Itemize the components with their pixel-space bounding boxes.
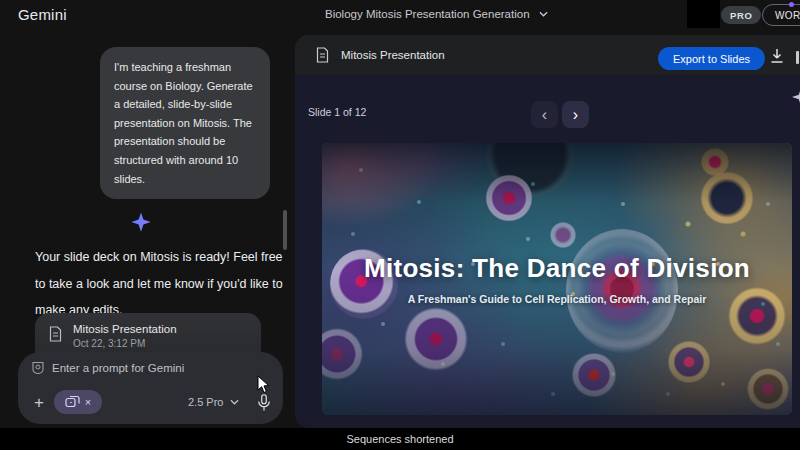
conversation-title: Biology Mitosis Presentation Generation bbox=[325, 8, 530, 20]
export-to-slides-button[interactable]: Export to Slides bbox=[658, 47, 765, 70]
blacked-out-region bbox=[687, 0, 720, 28]
footer-bar: Sequences shortened bbox=[0, 428, 800, 450]
prompt-badge-icon bbox=[32, 361, 44, 374]
notification-dot bbox=[789, 2, 794, 7]
previous-slide-button[interactable]: ‹ bbox=[531, 101, 558, 128]
gemini-app: Gemini Biology Mitosis Presentation Gene… bbox=[0, 0, 800, 428]
model-label: 2.5 Pro bbox=[188, 396, 223, 408]
clipped-close-icon[interactable] bbox=[796, 51, 799, 64]
cell-illustration bbox=[322, 327, 364, 381]
attachment-timestamp: Oct 22, 3:12 PM bbox=[73, 338, 177, 349]
gemini-sparkle-icon bbox=[130, 211, 152, 233]
slide-subtitle: A Freshman's Guide to Cell Replication, … bbox=[322, 293, 792, 305]
chevron-down-icon bbox=[539, 11, 548, 17]
slide-title: Mitosis: The Dance of Division bbox=[322, 253, 792, 284]
gemini-logo[interactable]: Gemini bbox=[18, 6, 67, 23]
assistant-message: Your slide deck on Mitosis is ready! Fee… bbox=[35, 244, 287, 324]
preview-header: Mitosis Presentation Export to Slides bbox=[295, 35, 800, 75]
cell-illustration bbox=[570, 351, 618, 399]
cell-illustration bbox=[746, 367, 790, 411]
canvas-attachment-chip[interactable]: × bbox=[54, 390, 102, 414]
cell-illustration bbox=[666, 339, 712, 385]
pro-badge[interactable]: PRO bbox=[721, 6, 761, 24]
download-icon[interactable] bbox=[768, 47, 786, 65]
footer-caption: Sequences shortened bbox=[346, 433, 453, 445]
presentation-preview-panel: Mitosis Presentation Export to Slides Sl… bbox=[295, 35, 800, 428]
preview-title: Mitosis Presentation bbox=[341, 49, 445, 61]
slide-viewer: Slide 1 of 12 ‹ › bbox=[295, 75, 800, 428]
chat-scrollbar[interactable] bbox=[283, 210, 287, 250]
model-picker[interactable]: 2.5 Pro bbox=[188, 396, 239, 408]
user-message-bubble: I'm teaching a freshman course on Biolog… bbox=[100, 47, 270, 199]
document-icon bbox=[316, 47, 329, 63]
next-slide-button[interactable]: › bbox=[562, 101, 589, 128]
top-bar: Gemini Biology Mitosis Presentation Gene… bbox=[0, 0, 800, 30]
mouse-cursor bbox=[256, 375, 270, 395]
sparkle-icon[interactable] bbox=[791, 87, 800, 107]
slides-icon bbox=[65, 395, 80, 409]
document-icon bbox=[49, 326, 62, 342]
microphone-icon[interactable] bbox=[255, 393, 273, 413]
remove-attachment-icon[interactable]: × bbox=[85, 397, 91, 408]
add-attachment-button[interactable]: + bbox=[28, 392, 50, 414]
slide-canvas[interactable]: Mitosis: The Dance of Division A Freshma… bbox=[322, 143, 792, 415]
attachment-title: Mitosis Presentation bbox=[73, 323, 177, 335]
conversation-title-menu[interactable]: Biology Mitosis Presentation Generation bbox=[325, 8, 548, 20]
slide-counter: Slide 1 of 12 bbox=[308, 106, 366, 118]
prompt-bar bbox=[18, 352, 283, 424]
prompt-input[interactable] bbox=[52, 362, 242, 374]
chevron-down-icon bbox=[230, 399, 239, 405]
cell-illustration bbox=[400, 307, 472, 371]
work-badge[interactable]: WORK bbox=[762, 4, 800, 26]
